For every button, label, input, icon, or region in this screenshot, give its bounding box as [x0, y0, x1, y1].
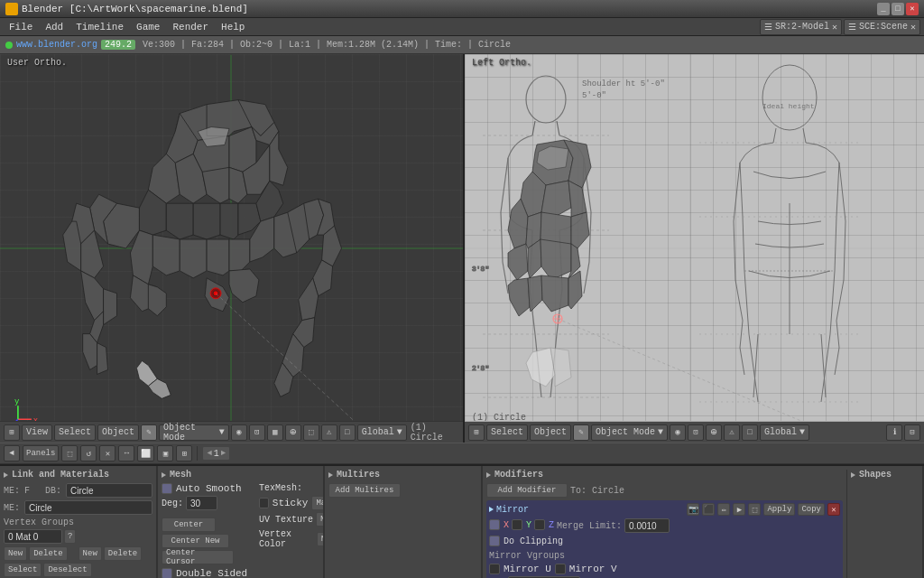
render-icon[interactable]: ⬛ [702, 503, 715, 516]
viewport-btn2[interactable]: ⊡ [249, 424, 265, 441]
mat-num-input[interactable] [4, 529, 62, 544]
make-btn[interactable]: Make [311, 496, 325, 510]
right-global-dropdown[interactable]: Global ▼ [760, 424, 809, 441]
maximize-button[interactable]: □ [892, 3, 904, 15]
global-dropdown[interactable]: Global ▼ [357, 424, 407, 441]
ob-input[interactable] [66, 483, 152, 498]
mirror-u-checkbox[interactable] [489, 564, 500, 574]
object-menu[interactable]: Object [97, 424, 139, 441]
counter-field[interactable]: ◄ 1 ► [202, 446, 230, 461]
website-link[interactable]: www.blender.org [16, 40, 97, 50]
new-btn1[interactable]: New [4, 546, 27, 561]
copy-btn[interactable]: Copy [798, 503, 825, 516]
me-input[interactable] [24, 500, 152, 515]
icon-btn7[interactable]: ⊞ [176, 445, 192, 461]
right-object-mode-dropdown[interactable]: Object Mode ▼ [591, 424, 668, 441]
mirror-toggle[interactable] [489, 507, 494, 512]
icon-btn4[interactable]: ↔ [118, 445, 134, 461]
right-info-btn[interactable]: ℹ [886, 424, 902, 441]
center-new-btn[interactable]: Center New [162, 534, 229, 548]
menu-help[interactable]: Help [216, 20, 250, 34]
menu-render[interactable]: Render [167, 20, 214, 34]
do-clipping-checkbox[interactable] [489, 536, 500, 546]
z-checkbox[interactable] [534, 519, 545, 530]
y-checkbox[interactable] [512, 519, 522, 530]
menu-add[interactable]: Add [40, 20, 69, 34]
viewport-btn5[interactable]: ⚠ [321, 424, 337, 441]
view-menu[interactable]: View [22, 424, 52, 441]
right-btn3[interactable]: ⚠ [724, 424, 740, 441]
realtime-icon[interactable]: ▶ [733, 503, 745, 516]
deselect-btn[interactable]: Deselect [43, 563, 91, 577]
right-object-menu[interactable]: Object [530, 424, 571, 441]
select-menu[interactable]: Select [54, 424, 96, 441]
new-btn2[interactable]: New [79, 546, 102, 561]
add-multires-btn[interactable]: Add Multires [328, 483, 401, 498]
menu-game[interactable]: Game [131, 20, 165, 34]
scene-close[interactable]: ✕ [910, 22, 916, 33]
viewport-btn3[interactable]: ▦ [267, 424, 283, 441]
auto-smooth-checkbox[interactable] [162, 483, 172, 494]
right-select-menu[interactable]: Select [486, 424, 528, 441]
camera-icon[interactable]: 📷 [687, 503, 699, 516]
mat-q-btn[interactable]: ? [64, 529, 76, 544]
vp-toggle-btn[interactable]: ⊞ [4, 424, 20, 441]
right-btn4[interactable]: □ [742, 424, 758, 441]
menu-timeline[interactable]: Timeline [70, 20, 129, 34]
menu-file[interactable]: File [4, 20, 38, 34]
right-btn5[interactable]: ⊟ [904, 424, 920, 441]
sticky-checkbox[interactable] [259, 498, 269, 508]
new-uv-btn[interactable]: New [316, 512, 325, 527]
close-button[interactable]: ✕ [906, 3, 919, 15]
select-btn[interactable]: Select [4, 563, 42, 577]
viewport-render-btn[interactable]: ◉ [231, 424, 247, 441]
right-cursor-icon[interactable]: ⊕ [706, 424, 722, 441]
double-sided-checkbox[interactable] [162, 568, 172, 578]
panel-modifiers-toggle[interactable] [486, 472, 491, 478]
left-viewport[interactable]: User Ortho. [0, 54, 465, 443]
object-mode-dropdown[interactable]: Object Mode ▼ [159, 424, 229, 441]
panel-shapes-toggle[interactable] [851, 472, 855, 478]
icon-btn3[interactable]: ✕ [99, 445, 116, 461]
panel-mesh-toggle[interactable] [162, 472, 166, 478]
center-cursor-btn[interactable]: Center Cursor [162, 550, 234, 564]
panels-btn[interactable]: Panels [23, 445, 59, 461]
right-btn2[interactable]: ⊡ [688, 424, 704, 441]
right-viewport[interactable]: Left Ortho. Shoulder ht 5'-0" 5'-0" Idea… [465, 54, 924, 443]
object-mode-icon[interactable]: ✎ [141, 424, 157, 441]
icon-btn6[interactable]: ▣ [157, 445, 173, 461]
add-modifier-btn[interactable]: Add Modifier [486, 483, 568, 498]
viewport-btn6[interactable]: □ [339, 424, 356, 441]
apply-btn[interactable]: Apply [763, 503, 795, 516]
deg-input[interactable] [186, 496, 217, 510]
panel-multires-toggle[interactable] [328, 472, 333, 478]
minimize-button[interactable]: _ [877, 3, 890, 15]
cursor-icon[interactable]: ⊕ [285, 424, 301, 441]
delete-btn1[interactable]: Delete [29, 546, 67, 561]
cage-icon[interactable]: ⬚ [748, 503, 761, 516]
uv-label: UV Texture [259, 515, 313, 525]
scene-selector[interactable]: ☰ SCE:Scene ✕ [844, 19, 920, 35]
icon-btn2[interactable]: ↺ [80, 445, 97, 461]
icon-btn5[interactable]: ⬜ [137, 445, 154, 461]
merge-limit-input[interactable] [624, 518, 670, 533]
icon-btn1[interactable]: ⬚ [61, 445, 78, 461]
counter-right[interactable]: ► [221, 449, 226, 458]
workspace-close[interactable]: ✕ [832, 22, 837, 33]
arrow-left-btn[interactable]: ◄ [4, 445, 20, 461]
right-render-btn[interactable]: ◉ [670, 424, 686, 441]
workspace-selector[interactable]: ☰ SR:2-Model ✕ [760, 19, 842, 35]
center-btn[interactable]: Center [162, 517, 216, 532]
delete-btn2[interactable]: Delete [104, 546, 142, 561]
edit-icon[interactable]: ✏ [717, 503, 730, 516]
x-checkbox[interactable] [489, 519, 500, 530]
panel-mesh-header: Mesh [162, 470, 319, 480]
mirror-v-checkbox[interactable] [555, 564, 566, 574]
right-mode-icon[interactable]: ✎ [573, 424, 589, 441]
close-icon[interactable]: ✕ [827, 503, 840, 516]
panel-link-toggle[interactable] [4, 472, 8, 478]
viewport-btn4[interactable]: ⬚ [303, 424, 319, 441]
counter-left[interactable]: ◄ [207, 449, 211, 458]
new-vc-btn[interactable]: New [317, 532, 325, 546]
right-vp-toggle-btn[interactable]: ⊞ [468, 424, 485, 441]
